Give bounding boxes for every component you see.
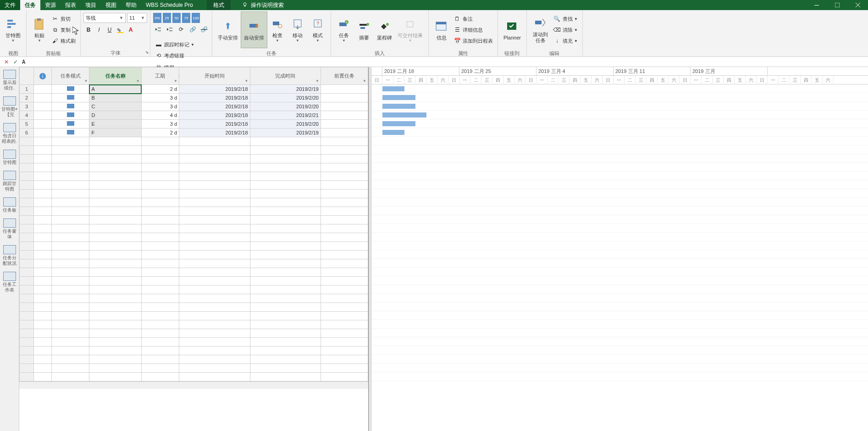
cell-start[interactable]: 2019/2/18	[179, 129, 250, 137]
menu-wbs[interactable]: WBS Schedule Pro	[141, 2, 198, 8]
table-row[interactable]: 4D4 d2019/2/182019/2/21	[20, 111, 368, 120]
sidebar-assign[interactable]: 任务分配状况	[0, 242, 19, 269]
scroll-to-task-button[interactable]: 滚动到任务	[530, 11, 552, 48]
link-button[interactable]: 🔗	[188, 24, 198, 34]
table-row-empty[interactable]	[20, 233, 368, 242]
table-row-empty[interactable]	[20, 251, 368, 259]
cell-end[interactable]: 2019/2/21	[250, 111, 321, 120]
row-number[interactable]: 6	[20, 129, 34, 137]
indent-button[interactable]	[165, 24, 175, 34]
table-row-empty[interactable]	[20, 329, 368, 338]
progress-100-button[interactable]: 100	[192, 13, 200, 23]
table-row[interactable]: 6F2 d2019/2/182019/2/19	[20, 129, 368, 137]
table-row-empty[interactable]	[20, 312, 368, 320]
sidebar-gantt-done[interactable]: 甘特图+【完	[0, 94, 19, 120]
gantt-row[interactable]	[371, 93, 868, 102]
cell-mode[interactable]	[52, 102, 89, 111]
cell-start[interactable]: 2019/2/18	[179, 94, 250, 102]
table-row[interactable]: 3C3 d2019/2/182019/2/20	[20, 102, 368, 111]
cell-mode[interactable]	[52, 85, 89, 94]
cell-mode[interactable]	[52, 120, 89, 129]
gantt-row[interactable]	[371, 119, 868, 128]
progress-75-button[interactable]: 75	[182, 13, 190, 23]
table-row[interactable]: 1A2 d2019/2/182019/2/19	[20, 85, 368, 94]
table-row-empty[interactable]	[20, 207, 368, 216]
unlink-button[interactable]: 🔗	[199, 24, 209, 34]
chevron-down-icon[interactable]: ▼	[136, 79, 140, 83]
menu-help[interactable]: 帮助	[121, 0, 141, 10]
details-button[interactable]: ☰详细信息	[452, 25, 495, 35]
summary-button[interactable]: 摘要	[354, 11, 374, 48]
gantt-row[interactable]	[371, 128, 868, 137]
row-number[interactable]: 1	[20, 85, 34, 94]
sidebar-taskboard[interactable]: 任务板	[0, 195, 19, 216]
insert-task-button[interactable]: + 任务▼	[334, 11, 354, 48]
cell-pred[interactable]	[321, 129, 368, 137]
gantt-bar[interactable]	[382, 130, 404, 135]
cell-end[interactable]: 2019/2/19	[250, 85, 321, 94]
tell-me-search[interactable]: 操作说明搜索	[242, 1, 284, 9]
window-minimize[interactable]	[806, 0, 827, 10]
sidebar-taskpane[interactable]: 任务窗体	[0, 216, 19, 242]
menu-project[interactable]: 项目	[81, 0, 101, 10]
window-close[interactable]	[847, 0, 868, 10]
col-pred[interactable]: 前置任务▼	[321, 67, 368, 85]
progress-0-button[interactable]: 0%	[153, 13, 161, 23]
paste-button[interactable]: 粘贴 ▼	[29, 11, 50, 48]
cell-name[interactable]: A	[89, 85, 141, 94]
cell-info[interactable]	[33, 85, 51, 94]
table-row-empty[interactable]	[20, 364, 368, 373]
font-size-combo[interactable]: 11▼	[127, 13, 147, 23]
update-button[interactable]: ⟳	[176, 24, 186, 34]
menu-file[interactable]: 文件	[0, 0, 20, 10]
cut-button[interactable]: ✂剪切	[50, 14, 77, 24]
cell-end[interactable]: 2019/2/20	[250, 102, 321, 111]
table-row-empty[interactable]	[20, 338, 368, 347]
outdent-button[interactable]	[153, 24, 163, 34]
table-row-empty[interactable]	[20, 163, 368, 172]
table-row-empty[interactable]	[20, 155, 368, 163]
italic-button[interactable]: I	[94, 25, 104, 35]
cell-pred[interactable]	[321, 94, 368, 102]
gantt-bar[interactable]	[382, 86, 404, 91]
col-info[interactable]: i	[33, 67, 51, 85]
menu-resource[interactable]: 资源	[40, 0, 61, 10]
menu-view[interactable]: 视图	[101, 0, 121, 10]
gantt-bar[interactable]	[382, 95, 415, 100]
bold-button[interactable]: B	[83, 25, 94, 35]
table-row-empty[interactable]	[20, 355, 368, 364]
cell-info[interactable]	[33, 120, 51, 129]
chevron-down-icon[interactable]: ▼	[174, 79, 177, 83]
cell-name[interactable]: B	[89, 94, 141, 102]
add-timeline-button[interactable]: 📅添加到日程表	[452, 36, 495, 46]
table-row-empty[interactable]	[20, 303, 368, 312]
inspect-button[interactable]: 检查▼	[267, 11, 287, 48]
cell-mode[interactable]	[52, 129, 89, 137]
underline-button[interactable]: U	[105, 25, 115, 35]
cell-mode[interactable]	[52, 111, 89, 120]
cell-pred[interactable]	[321, 102, 368, 111]
table-row-empty[interactable]	[20, 320, 368, 329]
table-row-empty[interactable]	[20, 373, 368, 381]
fill-button[interactable]: ↓填充▼	[552, 36, 580, 46]
gantt-chart-button[interactable]: 甘特图 ▼	[3, 11, 23, 48]
cell-pred[interactable]	[321, 85, 368, 94]
chevron-down-icon[interactable]: ▼	[245, 79, 249, 83]
row-number[interactable]: 3	[20, 102, 34, 111]
cell-duration[interactable]: 2 d	[141, 85, 179, 94]
fill-color-button[interactable]	[115, 25, 125, 35]
table-row[interactable]: 2B3 d2019/2/182019/2/20	[20, 94, 368, 102]
cell-duration[interactable]: 3 d	[141, 94, 179, 102]
menu-report[interactable]: 报表	[61, 0, 81, 10]
col-start[interactable]: 开始时间▼	[179, 67, 250, 85]
cell-duration[interactable]: 3 d	[141, 102, 179, 111]
col-name[interactable]: 任务名称▼	[89, 67, 141, 85]
gantt-row[interactable]	[371, 111, 868, 119]
table-row-empty[interactable]	[20, 259, 368, 268]
cell-start[interactable]: 2019/2/18	[179, 120, 250, 129]
copy-button[interactable]: ⧉复制▼	[50, 25, 77, 35]
sidebar-show-succ[interactable]: 显示后续任.	[0, 67, 19, 94]
table-row-empty[interactable]	[20, 224, 368, 233]
track-mark-button[interactable]: ▬跟踪时标记▼	[153, 39, 196, 50]
cancel-entry-button[interactable]: ✕	[3, 58, 10, 66]
